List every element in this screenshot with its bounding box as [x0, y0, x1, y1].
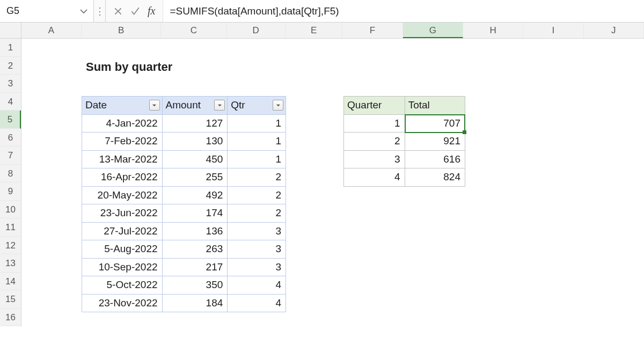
cell-amount[interactable]: 136 — [162, 222, 228, 240]
table-row[interactable]: 27-Jul-20221363 — [82, 222, 286, 240]
cell-qtr[interactable]: 2 — [228, 186, 286, 204]
cell-qtr[interactable]: 4 — [228, 294, 286, 312]
table-row[interactable]: 7-Feb-20221301 — [82, 133, 286, 151]
cell-date[interactable]: 23-Jun-2022 — [82, 204, 163, 223]
cell-qtr[interactable]: 4 — [228, 276, 286, 295]
cell-amount[interactable]: 263 — [162, 240, 228, 259]
cell-amount[interactable]: 492 — [162, 186, 228, 204]
formula-input[interactable]: =SUMIFS(data[Amount],data[Qtr],F5) — [163, 0, 644, 22]
table-row[interactable]: 20-May-20224922 — [82, 186, 286, 204]
fx-icon[interactable]: fx — [148, 5, 155, 17]
row-header-13[interactable]: 13 — [0, 254, 21, 273]
table-row[interactable]: 4-Jan-20221271 — [82, 114, 286, 133]
table-row[interactable]: 23-Nov-20221844 — [82, 294, 286, 312]
table-row[interactable]: 1707 — [344, 114, 465, 133]
column-header-E[interactable]: E — [286, 23, 342, 38]
column-header-J[interactable]: J — [584, 23, 644, 38]
table-row[interactable]: 23-Jun-20221742 — [82, 204, 286, 223]
cell-qtr[interactable]: 1 — [228, 150, 286, 168]
cell-qtr[interactable]: 2 — [228, 168, 286, 187]
table-row[interactable]: 4824 — [344, 168, 465, 187]
column-header-I[interactable]: I — [523, 23, 583, 38]
row-header-2[interactable]: 2 — [0, 57, 21, 75]
row-header-12[interactable]: 12 — [0, 237, 21, 255]
cell-total[interactable]: 921 — [405, 133, 465, 151]
cell-amount[interactable]: 255 — [162, 168, 228, 187]
cell-amount[interactable]: 217 — [162, 258, 228, 276]
row-header-9[interactable]: 9 — [0, 182, 21, 201]
table-row[interactable]: 13-Mar-20224501 — [82, 150, 286, 168]
cell-qtr[interactable]: 1 — [228, 114, 286, 133]
column-header-H[interactable]: H — [463, 23, 523, 38]
name-box[interactable]: G5 — [0, 0, 94, 22]
cell-amount[interactable]: 184 — [162, 294, 228, 312]
cell-amount[interactable]: 127 — [162, 114, 228, 133]
row-header-1[interactable]: 1 — [0, 39, 21, 57]
cell-total[interactable]: 707 — [405, 114, 465, 133]
cell-quarter[interactable]: 1 — [344, 114, 405, 133]
cell-qtr[interactable]: 3 — [228, 258, 286, 276]
resize-handle-icon[interactable]: ⋮ — [94, 0, 106, 22]
cell-qtr[interactable]: 2 — [228, 204, 286, 223]
row-header-14[interactable]: 14 — [0, 273, 21, 291]
row-header-7[interactable]: 7 — [0, 146, 21, 165]
cell-quarter[interactable]: 2 — [344, 133, 405, 151]
row-header-11[interactable]: 11 — [0, 218, 21, 237]
cancel-icon[interactable] — [113, 6, 123, 16]
summary-header-total[interactable]: Total — [405, 97, 465, 115]
cell-qtr[interactable]: 3 — [228, 240, 286, 259]
row-header-16[interactable]: 16 — [0, 308, 21, 327]
row-header-3[interactable]: 3 — [0, 75, 21, 93]
cell-date[interactable]: 13-Mar-2022 — [82, 150, 163, 168]
cell-total[interactable]: 616 — [405, 150, 465, 168]
cell-amount[interactable]: 450 — [162, 150, 228, 168]
cell-qtr[interactable]: 1 — [228, 133, 286, 151]
cell-quarter[interactable]: 4 — [344, 168, 405, 187]
column-header-D[interactable]: D — [227, 23, 286, 38]
cell-amount[interactable]: 130 — [162, 133, 228, 151]
row-header-4[interactable]: 4 — [0, 93, 21, 111]
data-table-header-qtr[interactable]: Qtr — [228, 97, 286, 115]
table-row[interactable]: 2921 — [344, 133, 465, 151]
row-header-8[interactable]: 8 — [0, 165, 21, 183]
cell-amount[interactable]: 174 — [162, 204, 228, 223]
row-header-15[interactable]: 15 — [0, 290, 21, 308]
table-row[interactable]: 3616 — [344, 150, 465, 168]
cell-quarter[interactable]: 3 — [344, 150, 405, 168]
select-all-corner[interactable] — [0, 23, 21, 38]
column-header-G[interactable]: G — [403, 23, 463, 38]
cell-total[interactable]: 824 — [405, 168, 465, 187]
cell-amount[interactable]: 350 — [162, 276, 228, 295]
cell-date[interactable]: 5-Aug-2022 — [82, 240, 163, 259]
cell-date[interactable]: 20-May-2022 — [82, 186, 163, 204]
filter-button[interactable] — [149, 100, 160, 111]
data-table-body: 4-Jan-202212717-Feb-2022130113-Mar-20224… — [82, 114, 286, 312]
filter-button[interactable] — [273, 100, 283, 111]
cell-date[interactable]: 23-Nov-2022 — [82, 294, 163, 312]
chevron-down-icon — [79, 7, 88, 16]
data-table-header-date[interactable]: Date — [82, 97, 163, 115]
summary-header-quarter[interactable]: Quarter — [344, 97, 405, 115]
cell-date[interactable]: 5-Oct-2022 — [82, 276, 163, 295]
row-header-5[interactable]: 5 — [0, 111, 21, 129]
cell-date[interactable]: 7-Feb-2022 — [82, 133, 163, 151]
data-table-header-amount[interactable]: Amount — [162, 97, 228, 115]
column-header-A[interactable]: A — [21, 23, 82, 38]
cell-date[interactable]: 16-Apr-2022 — [82, 168, 163, 187]
row-headers: 12345678910111213141516 — [0, 39, 21, 326]
cell-date[interactable]: 27-Jul-2022 — [82, 222, 163, 240]
column-header-B[interactable]: B — [82, 23, 161, 38]
cell-date[interactable]: 4-Jan-2022 — [82, 114, 163, 133]
table-row[interactable]: 5-Aug-20222633 — [82, 240, 286, 259]
cell-date[interactable]: 10-Sep-2022 — [82, 258, 163, 276]
column-header-C[interactable]: C — [161, 23, 226, 38]
table-row[interactable]: 5-Oct-20223504 — [82, 276, 286, 295]
table-row[interactable]: 16-Apr-20222552 — [82, 168, 286, 187]
row-header-10[interactable]: 10 — [0, 201, 21, 219]
column-header-F[interactable]: F — [342, 23, 402, 38]
filter-button[interactable] — [214, 100, 225, 111]
cell-qtr[interactable]: 3 — [228, 222, 286, 240]
confirm-icon[interactable] — [130, 6, 140, 16]
table-row[interactable]: 10-Sep-20222173 — [82, 258, 286, 276]
row-header-6[interactable]: 6 — [0, 129, 21, 147]
